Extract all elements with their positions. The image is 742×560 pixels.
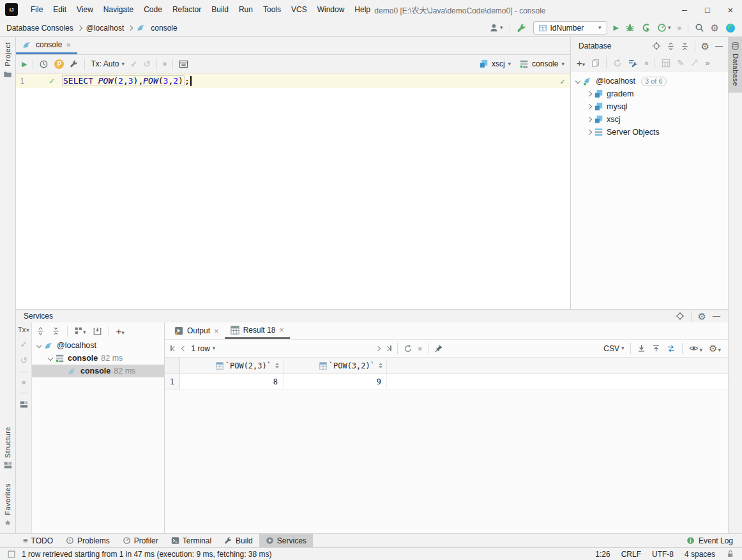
last-page-button[interactable] — [386, 345, 391, 351]
expand-all-button[interactable] — [36, 327, 45, 335]
jump-to-console-button[interactable] — [690, 59, 699, 67]
add-data-source-button[interactable] — [577, 58, 585, 68]
data-source-properties-button[interactable] — [628, 58, 638, 68]
stop-query-button[interactable] — [163, 61, 167, 67]
compare-button[interactable] — [667, 344, 676, 353]
menu-help[interactable]: Help — [349, 3, 375, 17]
close-button[interactable] — [719, 0, 742, 19]
caret-position[interactable]: 1:26 — [595, 550, 610, 559]
services-tree-item-console-session[interactable]: console 82 ms — [32, 352, 164, 365]
tree-item-gradem[interactable]: gradem — [571, 87, 728, 100]
refresh-button[interactable] — [613, 59, 622, 68]
parameters-p-button[interactable]: P — [54, 59, 64, 69]
tree-item-xscj[interactable]: xscj — [571, 113, 728, 126]
menu-navigate[interactable]: Navigate — [98, 3, 139, 17]
pin-tab-button[interactable] — [434, 344, 443, 353]
services-settings-gear-button[interactable] — [698, 312, 706, 321]
favorites-stripe-button[interactable]: Favorites — [4, 483, 11, 527]
sql-editor[interactable]: 1 SELECT POW(2,3),POW(3,2); — [16, 73, 570, 309]
project-stripe-button[interactable]: Project — [3, 42, 12, 79]
group-by-button[interactable] — [75, 327, 86, 335]
reload-page-button[interactable] — [404, 344, 413, 353]
rollback-button[interactable] — [143, 59, 151, 68]
export-format-select[interactable]: CSV — [603, 344, 624, 353]
chevron-right-icon[interactable] — [587, 117, 592, 122]
event-log-button[interactable]: Event Log — [686, 536, 742, 545]
stop-button[interactable] — [644, 60, 648, 66]
expand-all-button[interactable] — [667, 42, 675, 50]
locate-button[interactable] — [676, 312, 685, 321]
menu-file[interactable]: File — [26, 3, 48, 17]
execute-button[interactable] — [22, 61, 27, 68]
add-service-button[interactable] — [116, 326, 125, 336]
locate-object-button[interactable] — [652, 42, 661, 50]
tab-console[interactable]: console — [16, 37, 77, 54]
structure-stripe-button[interactable]: Structure — [4, 427, 12, 469]
menu-window[interactable]: Window — [312, 3, 350, 17]
breadcrumb-database-consoles[interactable]: Database Consoles — [6, 24, 73, 33]
previous-page-button[interactable] — [181, 345, 186, 351]
user-account-button[interactable] — [489, 23, 503, 33]
lock-icon[interactable] — [726, 550, 734, 558]
collapse-all-button[interactable] — [681, 42, 689, 50]
toolwindow-todo[interactable]: TODO — [17, 534, 59, 547]
import-upload-button[interactable] — [652, 344, 660, 352]
more-actions-button[interactable] — [705, 59, 709, 67]
wrench-button[interactable] — [70, 59, 79, 68]
menu-run[interactable]: Run — [234, 3, 258, 17]
build-hammer-button[interactable] — [517, 23, 527, 33]
profiler-button[interactable] — [657, 23, 671, 33]
column-header-pow32[interactable]: `POW(3,2)` — [284, 358, 387, 374]
gradient-sphere-icon[interactable] — [725, 23, 736, 33]
menu-refactor[interactable]: Refactor — [167, 3, 206, 17]
history-clock-button[interactable] — [39, 59, 49, 69]
stop-button[interactable] — [418, 345, 422, 352]
menu-vcs[interactable]: VCS — [286, 3, 312, 17]
sort-icon[interactable] — [379, 363, 382, 368]
chevron-right-icon[interactable] — [587, 91, 592, 96]
tab-output[interactable]: Output — [169, 322, 225, 339]
collapse-all-button[interactable] — [52, 327, 60, 335]
stop-button[interactable] — [22, 379, 26, 386]
stop-button[interactable] — [678, 25, 681, 31]
minimize-button[interactable] — [673, 0, 696, 19]
view-options-button[interactable] — [689, 344, 702, 353]
line-separator[interactable]: CRLF — [621, 550, 641, 559]
close-icon[interactable] — [66, 41, 71, 49]
tree-item-localhost[interactable]: @localhost 3 of 6 — [571, 75, 728, 87]
tx-mode-select[interactable]: Tx: Auto — [91, 59, 125, 68]
chevron-right-icon[interactable] — [587, 130, 592, 135]
menu-edit[interactable]: Edit — [48, 3, 72, 17]
hide-panel-button[interactable] — [715, 42, 723, 50]
chevron-down-icon[interactable] — [36, 343, 42, 348]
toolwindow-build[interactable]: Build — [218, 534, 259, 547]
first-page-button[interactable] — [170, 345, 176, 351]
table-view-button[interactable] — [662, 59, 670, 68]
maximize-button[interactable] — [696, 0, 719, 19]
close-icon[interactable] — [279, 326, 284, 334]
edit-pencil-button[interactable] — [677, 59, 684, 67]
run-with-coverage-button[interactable] — [641, 23, 651, 33]
next-page-button[interactable] — [375, 345, 381, 351]
close-icon[interactable] — [214, 327, 219, 335]
toolwindow-services[interactable]: Services — [259, 534, 313, 547]
run-configuration-select[interactable]: IdNumber — [533, 21, 607, 34]
chevron-right-icon[interactable] — [587, 104, 592, 109]
code-line-1[interactable]: 1 SELECT POW(2,3),POW(3,2); — [16, 73, 570, 88]
grid-corner-cell[interactable] — [165, 358, 180, 374]
settings-gear-button[interactable] — [711, 23, 719, 33]
column-header-pow23[interactable]: `POW(2,3)` — [180, 358, 284, 374]
breadcrumb-console[interactable]: console — [151, 24, 177, 33]
services-tree-item-localhost[interactable]: @localhost — [32, 339, 164, 352]
cell-pow32[interactable]: 9 — [284, 374, 387, 390]
cell-pow23[interactable]: 8 — [180, 374, 284, 390]
output-layout-button[interactable] — [179, 59, 188, 69]
toolwindow-profiler[interactable]: Profiler — [116, 534, 165, 547]
row-number-cell[interactable]: 1 — [165, 374, 180, 390]
duplicate-button[interactable] — [591, 59, 600, 67]
rollback-button[interactable] — [20, 356, 27, 365]
tree-item-mysql[interactable]: mysql — [571, 100, 728, 113]
session-select[interactable]: console — [520, 59, 564, 68]
breadcrumb-localhost[interactable]: @localhost — [86, 24, 125, 33]
grid-settings-gear-button[interactable] — [709, 344, 721, 353]
